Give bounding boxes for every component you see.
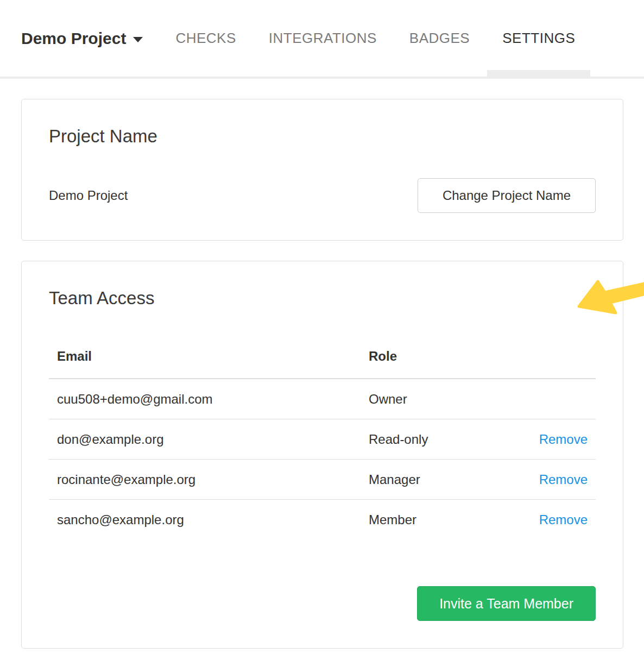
team-access-card-title: Team Access [49, 288, 596, 308]
project-name-card-title: Project Name [49, 127, 596, 146]
email-column-header: Email [49, 349, 361, 379]
invite-row: Invite a Team Member [49, 586, 596, 621]
top-nav: Demo Project CHECKS INTEGRATIONS BADGES … [0, 0, 644, 79]
tab-badges-label: BADGES [409, 30, 470, 47]
member-action-cell [519, 379, 596, 419]
member-email: cuu508+demo@gmail.com [49, 379, 361, 419]
table-row: don@example.org Read-only Remove [49, 419, 596, 460]
table-row: cuu508+demo@gmail.com Owner [49, 379, 596, 419]
member-role: Member [361, 500, 519, 540]
project-name-card: Project Name Demo Project Change Project… [21, 99, 623, 241]
tab-badges[interactable]: BADGES [409, 0, 470, 77]
tab-checks[interactable]: CHECKS [175, 0, 236, 77]
tab-checks-label: CHECKS [175, 30, 236, 47]
member-role: Read-only [361, 419, 519, 460]
invite-team-member-button[interactable]: Invite a Team Member [417, 586, 596, 621]
role-column-header: Role [361, 349, 519, 379]
active-tab-indicator [487, 70, 590, 77]
table-row: rocinante@example.org Manager Remove [49, 460, 596, 500]
remove-member-link[interactable]: Remove [539, 512, 588, 527]
member-email: don@example.org [49, 419, 361, 460]
remove-member-link[interactable]: Remove [539, 432, 588, 447]
current-project-name: Demo Project [49, 188, 128, 203]
change-project-name-button[interactable]: Change Project Name [418, 178, 596, 213]
tab-settings-label: SETTINGS [502, 30, 575, 47]
member-action-cell: Remove [519, 419, 596, 460]
table-header-row: Email Role [49, 349, 596, 379]
remove-member-link[interactable]: Remove [539, 472, 588, 487]
member-email: rocinante@example.org [49, 460, 361, 500]
member-action-cell: Remove [519, 500, 596, 540]
project-title: Demo Project [21, 29, 126, 48]
action-column-header [519, 349, 596, 379]
member-email: sancho@example.org [49, 500, 361, 540]
table-row: sancho@example.org Member Remove [49, 500, 596, 540]
project-switcher-dropdown[interactable]: Demo Project [21, 29, 143, 48]
tab-settings[interactable]: SETTINGS [502, 0, 575, 77]
tab-integrations[interactable]: INTEGRATIONS [269, 0, 377, 77]
member-action-cell: Remove [519, 460, 596, 500]
team-access-card: Team Access Email Role cuu508+demo@gmail… [21, 261, 623, 649]
project-name-row: Demo Project Change Project Name [49, 178, 596, 213]
tab-integrations-label: INTEGRATIONS [269, 30, 377, 47]
chevron-down-icon [133, 37, 143, 42]
member-role: Owner [361, 379, 519, 419]
member-role: Manager [361, 460, 519, 500]
team-access-table: Email Role cuu508+demo@gmail.com Owner d… [49, 349, 596, 539]
